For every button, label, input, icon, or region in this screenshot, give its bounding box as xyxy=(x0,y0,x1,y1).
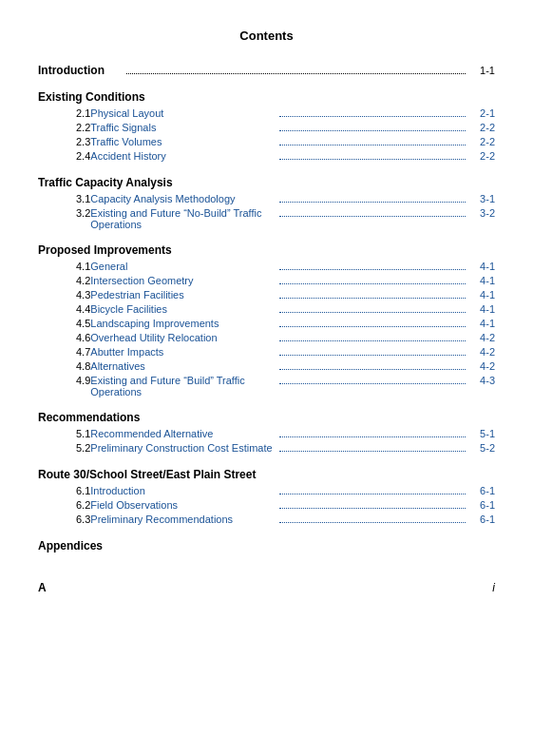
toc-entry-2-5: 4.6Overhead Utility Relocation4-2 xyxy=(38,332,495,344)
footer: A i xyxy=(38,581,495,594)
entry-title-0-1: Traffic Signals xyxy=(90,122,276,133)
entry-number-0-3: 2.4 xyxy=(38,150,90,162)
toc-entry-3-0: 5.1Recommended Alternative5-1 xyxy=(38,428,495,440)
entry-page-2-2: 4-1 xyxy=(468,289,495,300)
entry-number-4-0: 6.1 xyxy=(38,485,90,496)
entry-dots-4-1 xyxy=(279,508,466,509)
toc-entry-0-0: 2.1Physical Layout2-1 xyxy=(38,107,495,120)
entry-page-4-1: 6-1 xyxy=(468,499,495,511)
entry-page-1-0: 3-1 xyxy=(468,193,495,204)
entry-title-0-0: Physical Layout xyxy=(90,107,276,119)
section-heading-4: Route 30/School Street/East Plain Street xyxy=(38,468,495,481)
entry-page-3-1: 5-2 xyxy=(468,442,495,454)
entry-page-0-3: 2-2 xyxy=(468,150,495,162)
entry-dots-4-2 xyxy=(279,522,466,523)
entry-title-0-3: Accident History xyxy=(90,150,276,162)
entry-title-2-1: Intersection Geometry xyxy=(90,275,276,286)
toc-entry-2-3: 4.4Bicycle Facilities4-1 xyxy=(38,303,495,316)
entry-title-2-8: Existing and Future “Build” Traffic Oper… xyxy=(90,375,276,397)
toc-entry-1-0: 3.1Capacity Analysis Methodology3-1 xyxy=(38,193,495,205)
entry-dots-3-1 xyxy=(279,451,466,452)
entry-dots-2-4 xyxy=(279,326,466,327)
entry-page-2-4: 4-1 xyxy=(468,318,495,329)
entry-page-2-8: 4-3 xyxy=(468,375,495,386)
entry-title-2-6: Abutter Impacts xyxy=(90,346,276,358)
entry-title-2-5: Overhead Utility Relocation xyxy=(90,332,276,343)
introduction-entry: Introduction 1-1 xyxy=(38,64,495,77)
entry-number-0-1: 2.2 xyxy=(38,122,90,133)
footer-left: A xyxy=(38,581,47,594)
toc-entry-2-8: 4.9Existing and Future “Build” Traffic O… xyxy=(38,375,495,397)
entry-number-2-3: 4.4 xyxy=(38,303,90,315)
toc-entry-0-1: 2.2Traffic Signals2-2 xyxy=(38,122,495,134)
entry-dots-2-3 xyxy=(279,312,466,313)
entry-number-0-0: 2.1 xyxy=(38,107,90,119)
entry-title-3-0: Recommended Alternative xyxy=(90,428,276,439)
entry-title-1-0: Capacity Analysis Methodology xyxy=(90,193,276,204)
entry-title-2-4: Landscaping Improvements xyxy=(90,318,276,329)
entry-dots-4-0 xyxy=(279,494,466,494)
entry-title-1-1: Existing and Future “No-Build” Traffic O… xyxy=(90,207,276,230)
entry-dots-0-1 xyxy=(279,130,466,131)
toc-entry-2-6: 4.7Abutter Impacts4-2 xyxy=(38,346,495,359)
page-title: Contents xyxy=(38,29,495,43)
entry-dots-0-2 xyxy=(279,145,466,145)
toc-entry-2-7: 4.8Alternatives4-2 xyxy=(38,360,495,373)
entry-dots-2-8 xyxy=(279,383,466,384)
toc-entry-4-1: 6.2Field Observations6-1 xyxy=(38,499,495,512)
entry-page-2-0: 4-1 xyxy=(468,261,495,272)
entry-dots-2-2 xyxy=(279,298,466,299)
toc-entry-0-3: 2.4Accident History2-2 xyxy=(38,150,495,163)
entry-page-0-1: 2-2 xyxy=(468,122,495,133)
entry-dots-2-7 xyxy=(279,369,466,370)
introduction-dots xyxy=(126,73,466,74)
entry-number-4-2: 6.3 xyxy=(38,514,90,525)
toc-entry-0-2: 2.3Traffic Volumes2-2 xyxy=(38,136,495,148)
entry-page-2-1: 4-1 xyxy=(468,275,495,286)
section-heading-3: Recommendations xyxy=(38,411,495,424)
entry-title-4-1: Field Observations xyxy=(90,499,276,511)
entry-dots-2-0 xyxy=(279,269,466,270)
entry-number-3-0: 5.1 xyxy=(38,428,90,439)
entry-title-4-0: Introduction xyxy=(90,485,276,496)
toc-entry-4-0: 6.1Introduction6-1 xyxy=(38,485,495,497)
toc-entry-1-1: 3.2Existing and Future “No-Build” Traffi… xyxy=(38,207,495,230)
entry-number-3-1: 5.2 xyxy=(38,442,90,454)
entry-title-2-2: Pedestrian Facilities xyxy=(90,289,276,300)
entry-number-2-1: 4.2 xyxy=(38,275,90,286)
entry-dots-2-5 xyxy=(279,340,466,341)
toc-entry-2-0: 4.1General4-1 xyxy=(38,261,495,273)
entry-title-0-2: Traffic Volumes xyxy=(90,136,276,147)
entry-number-2-8: 4.9 xyxy=(38,375,90,386)
entry-page-0-2: 2-2 xyxy=(468,136,495,147)
entry-number-2-5: 4.6 xyxy=(38,332,90,343)
entry-page-3-0: 5-1 xyxy=(468,428,495,439)
entry-number-2-2: 4.3 xyxy=(38,289,90,300)
sections-container: Existing Conditions2.1Physical Layout2-1… xyxy=(38,90,495,552)
entry-title-4-2: Preliminary Recommendations xyxy=(90,514,276,525)
section-heading-1: Traffic Capacity Analysis xyxy=(38,176,495,189)
introduction-label: Introduction xyxy=(38,64,124,77)
section-heading-5: Appendices xyxy=(38,539,495,552)
entry-page-2-6: 4-2 xyxy=(468,346,495,358)
entry-page-2-3: 4-1 xyxy=(468,303,495,315)
entry-number-1-0: 3.1 xyxy=(38,193,90,204)
entry-title-3-1: Preliminary Construction Cost Estimate xyxy=(90,442,276,454)
entry-dots-1-1 xyxy=(279,216,466,217)
entry-number-0-2: 2.3 xyxy=(38,136,90,147)
entry-page-0-0: 2-1 xyxy=(468,107,495,119)
page: Contents Introduction 1-1 Existing Condi… xyxy=(0,0,533,756)
entry-dots-3-0 xyxy=(279,436,466,437)
entry-dots-0-0 xyxy=(279,116,466,117)
entry-dots-1-0 xyxy=(279,202,466,203)
toc-entry-2-4: 4.5Landscaping Improvements4-1 xyxy=(38,318,495,330)
entry-dots-0-3 xyxy=(279,159,466,160)
entry-page-4-0: 6-1 xyxy=(468,485,495,496)
footer-right: i xyxy=(492,581,495,594)
entry-page-2-5: 4-2 xyxy=(468,332,495,343)
entry-title-2-3: Bicycle Facilities xyxy=(90,303,276,315)
entry-title-2-0: General xyxy=(90,261,276,272)
entry-title-2-7: Alternatives xyxy=(90,360,276,372)
entry-page-1-1: 3-2 xyxy=(468,207,495,219)
entry-dots-2-1 xyxy=(279,283,466,284)
